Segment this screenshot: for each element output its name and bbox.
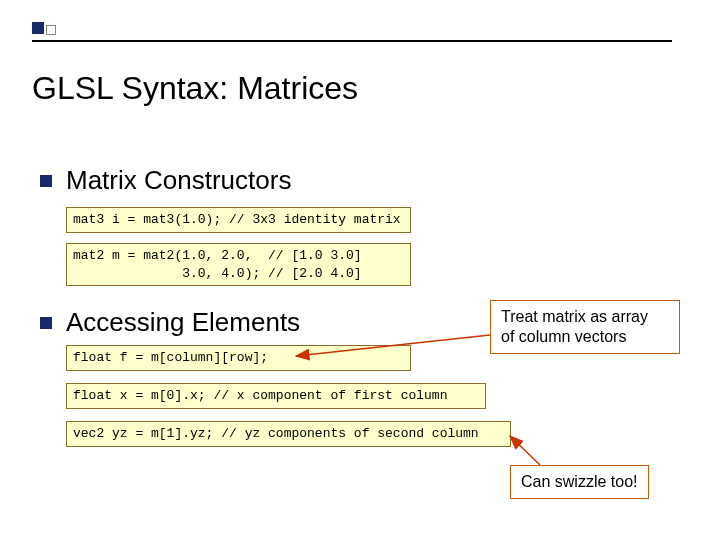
arrow-to-swizzle — [0, 0, 720, 540]
svg-line-1 — [510, 436, 540, 465]
